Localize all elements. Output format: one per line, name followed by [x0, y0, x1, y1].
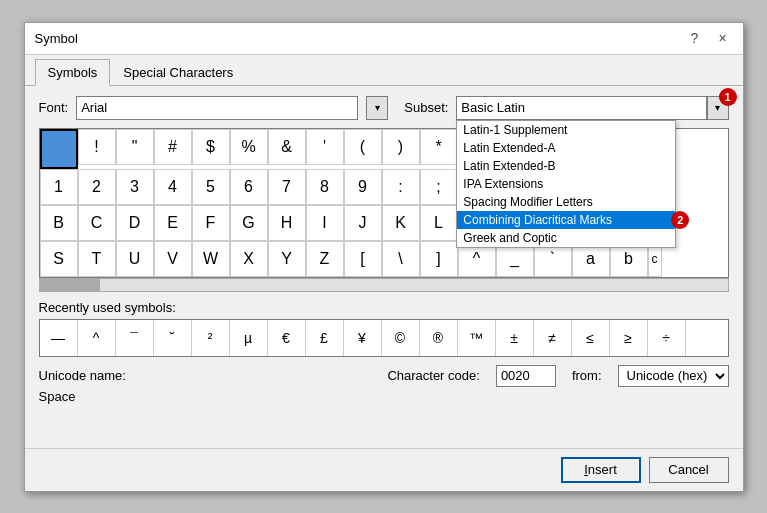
symbol-cell[interactable]: #	[154, 129, 192, 165]
symbol-cell[interactable]: %	[230, 129, 268, 165]
dialog-content: Font: ▾ Subset: ▾ 1 Latin-1 Supplement L…	[25, 86, 743, 448]
recently-used-label: Recently used symbols:	[39, 300, 729, 315]
tab-special-characters[interactable]: Special Characters	[110, 59, 246, 86]
subset-dropdown-menu: Latin-1 Supplement Latin Extended-A Lati…	[456, 120, 676, 248]
symbol-cell[interactable]: J	[344, 205, 382, 241]
symbol-cell[interactable]: 6	[230, 169, 268, 205]
recent-symbol[interactable]: ≠	[534, 320, 572, 356]
symbol-cell[interactable]: S	[40, 241, 78, 277]
symbol-cell[interactable]: \	[382, 241, 420, 277]
tab-bar: Symbols Special Characters	[25, 59, 743, 86]
symbol-cell[interactable]: )	[382, 129, 420, 165]
recent-symbol[interactable]: ±	[496, 320, 534, 356]
symbol-cell[interactable]: 5	[192, 169, 230, 205]
symbol-cell[interactable]: F	[192, 205, 230, 241]
symbol-cell[interactable]: !	[78, 129, 116, 165]
recent-symbol[interactable]: £	[306, 320, 344, 356]
symbol-cell[interactable]: *	[420, 129, 458, 165]
info-section: Unicode name: Character code: from: Unic…	[39, 365, 729, 404]
recent-symbol[interactable]: —	[40, 320, 78, 356]
font-dropdown-button[interactable]: ▾	[366, 96, 388, 120]
tab-symbols[interactable]: Symbols	[35, 59, 111, 86]
symbol-cell[interactable]: L	[420, 205, 458, 241]
dropdown-item-ipa[interactable]: IPA Extensions	[457, 175, 675, 193]
subset-input[interactable]	[456, 96, 706, 120]
cancel-button[interactable]: Cancel	[649, 457, 729, 483]
symbol-cell[interactable]: &	[268, 129, 306, 165]
recent-symbol[interactable]: ™	[458, 320, 496, 356]
symbol-cell[interactable]: "	[116, 129, 154, 165]
font-input[interactable]	[76, 96, 358, 120]
horizontal-scrollbar[interactable]	[39, 278, 729, 292]
title-bar: Symbol ? ×	[25, 23, 743, 55]
from-select[interactable]: Unicode (hex) Decimal	[618, 365, 729, 387]
symbol-cell[interactable]: T	[78, 241, 116, 277]
dropdown-item-latin-ext-b[interactable]: Latin Extended-B	[457, 157, 675, 175]
recent-symbol[interactable]: ^	[78, 320, 116, 356]
subset-label: Subset:	[404, 100, 448, 115]
symbol-cell[interactable]: :	[382, 169, 420, 205]
character-code-input[interactable]	[496, 365, 556, 387]
symbol-cell[interactable]: '	[306, 129, 344, 165]
recently-used-grid: — ^ ¯ ˘ ² µ € £ ¥ © ® ™ ± ≠ ≤ ≥ ÷	[39, 319, 729, 357]
recent-symbol[interactable]: ²	[192, 320, 230, 356]
recent-symbol[interactable]: ¥	[344, 320, 382, 356]
symbol-cell[interactable]: 7	[268, 169, 306, 205]
recent-symbol[interactable]: ˘	[154, 320, 192, 356]
recent-symbol[interactable]: µ	[230, 320, 268, 356]
character-code-label: Character code:	[387, 368, 480, 383]
symbol-cell[interactable]: 1	[40, 169, 78, 205]
dialog-footer: Insert Cancel	[25, 448, 743, 491]
recent-symbol[interactable]: ≤	[572, 320, 610, 356]
close-button[interactable]: ×	[713, 28, 733, 48]
font-subset-row: Font: ▾ Subset: ▾ 1 Latin-1 Supplement L…	[39, 96, 729, 120]
symbol-cell[interactable]: H	[268, 205, 306, 241]
symbol-cell[interactable]: V	[154, 241, 192, 277]
symbol-cell[interactable]: X	[230, 241, 268, 277]
symbol-cell[interactable]: C	[78, 205, 116, 241]
symbol-cell[interactable]: B	[40, 205, 78, 241]
dropdown-item-spacing[interactable]: Spacing Modifier Letters	[457, 193, 675, 211]
recent-symbol[interactable]: ®	[420, 320, 458, 356]
unicode-name-label: Unicode name:	[39, 368, 126, 383]
dialog-title: Symbol	[35, 31, 78, 46]
symbol-cell[interactable]: 2	[78, 169, 116, 205]
symbol-cell[interactable]: ]	[420, 241, 458, 277]
recent-symbol[interactable]: ¯	[116, 320, 154, 356]
symbol-cell[interactable]: (	[344, 129, 382, 165]
help-button[interactable]: ?	[685, 28, 705, 48]
symbol-cell[interactable]: W	[192, 241, 230, 277]
insert-button[interactable]: Insert	[561, 457, 641, 483]
dropdown-item-latin1[interactable]: Latin-1 Supplement	[457, 121, 675, 139]
symbol-cell[interactable]: G	[230, 205, 268, 241]
symbol-cell[interactable]: E	[154, 205, 192, 241]
symbol-cell[interactable]: 3	[116, 169, 154, 205]
recent-symbol[interactable]: ≥	[610, 320, 648, 356]
symbol-cell-selected[interactable]	[40, 129, 78, 169]
symbol-cell[interactable]: $	[192, 129, 230, 165]
dropdown-item-greek[interactable]: Greek and Coptic	[457, 229, 675, 247]
insert-underline-char: I	[584, 462, 588, 477]
subset-container: ▾ 1 Latin-1 Supplement Latin Extended-A …	[456, 96, 728, 120]
symbol-cell[interactable]: [	[344, 241, 382, 277]
scroll-indicators	[39, 278, 729, 292]
recent-symbol[interactable]: ©	[382, 320, 420, 356]
symbol-cell[interactable]: Z	[306, 241, 344, 277]
font-label: Font:	[39, 100, 69, 115]
symbol-cell[interactable]: U	[116, 241, 154, 277]
symbol-cell[interactable]: I	[306, 205, 344, 241]
recent-symbol[interactable]: ÷	[648, 320, 686, 356]
dropdown-item-combining[interactable]: Combining Diacritical Marks 2	[457, 211, 675, 229]
unicode-name-value: Space	[39, 389, 729, 404]
symbol-cell[interactable]: 8	[306, 169, 344, 205]
symbol-cell[interactable]: 9	[344, 169, 382, 205]
symbol-cell[interactable]: K	[382, 205, 420, 241]
from-label: from:	[572, 368, 602, 383]
symbol-cell[interactable]: Y	[268, 241, 306, 277]
symbol-cell[interactable]: 4	[154, 169, 192, 205]
recent-symbol[interactable]: €	[268, 320, 306, 356]
recently-used-section: Recently used symbols: — ^ ¯ ˘ ² µ € £ ¥…	[39, 300, 729, 357]
symbol-cell[interactable]: D	[116, 205, 154, 241]
dropdown-item-latin-ext-a[interactable]: Latin Extended-A	[457, 139, 675, 157]
symbol-cell[interactable]: ;	[420, 169, 458, 205]
